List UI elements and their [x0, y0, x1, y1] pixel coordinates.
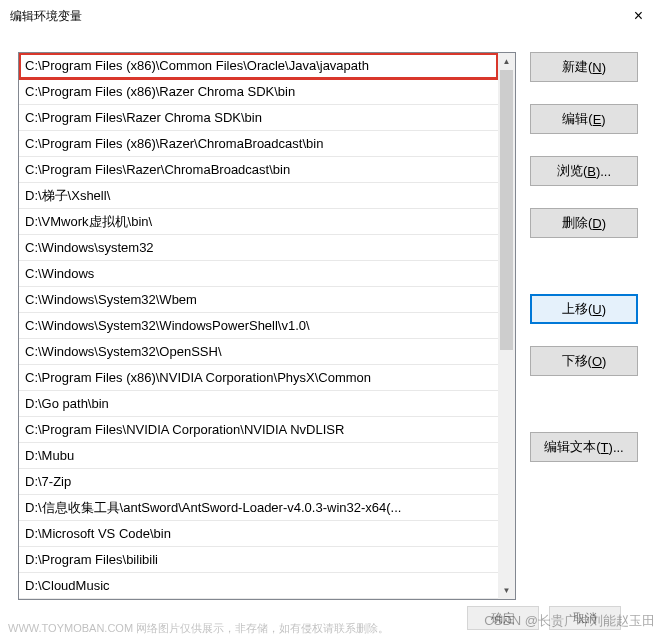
list-item[interactable]: C:\Windows\System32\OpenSSH\	[19, 339, 498, 365]
move-up-button[interactable]: 上移(U)	[530, 294, 638, 324]
list-item[interactable]: C:\Program Files (x86)\Razer\ChromaBroad…	[19, 131, 498, 157]
list-item[interactable]: C:\Windows\System32\Wbem	[19, 287, 498, 313]
edit-button[interactable]: 编辑(E)	[530, 104, 638, 134]
list-item[interactable]: C:\Program Files (x86)\Common Files\Orac…	[19, 53, 498, 79]
ok-button[interactable]: 确定	[467, 606, 539, 630]
scroll-track[interactable]	[498, 70, 515, 582]
path-list-scroll[interactable]: C:\Program Files (x86)\Common Files\Orac…	[19, 53, 498, 599]
dialog-footer: 确定 取消	[0, 600, 661, 636]
list-item[interactable]: D:\7-Zip	[19, 469, 498, 495]
list-item[interactable]: C:\Program Files (x86)\Razer Chroma SDK\…	[19, 79, 498, 105]
list-item[interactable]: D:\Go path\bin	[19, 391, 498, 417]
new-button[interactable]: 新建(N)	[530, 52, 638, 82]
move-down-button[interactable]: 下移(O)	[530, 346, 638, 376]
list-item[interactable]: C:\Program Files\Razer\ChromaBroadcast\b…	[19, 157, 498, 183]
list-item[interactable]: D:\梯子\Xshell\	[19, 183, 498, 209]
list-item[interactable]: C:\Windows	[19, 261, 498, 287]
cancel-button[interactable]: 取消	[549, 606, 621, 630]
list-item[interactable]: D:\Program Files\bilibili	[19, 547, 498, 573]
scroll-thumb[interactable]	[500, 70, 513, 350]
button-column: 新建(N) 编辑(E) 浏览(B)... 删除(D) 上移(U) 下移(O) 编…	[530, 52, 638, 600]
dialog-body: C:\Program Files (x86)\Common Files\Orac…	[0, 32, 661, 600]
list-item[interactable]: D:\信息收集工具\antSword\AntSword-Loader-v4.0.…	[19, 495, 498, 521]
edit-text-button[interactable]: 编辑文本(T)...	[530, 432, 638, 462]
titlebar: 编辑环境变量 ×	[0, 0, 661, 32]
scrollbar[interactable]: ▲ ▼	[498, 53, 515, 599]
list-item[interactable]: C:\Program Files\NVIDIA Corporation\NVID…	[19, 417, 498, 443]
scroll-down-icon[interactable]: ▼	[498, 582, 515, 599]
list-item[interactable]: D:\Microsoft VS Code\bin	[19, 521, 498, 547]
dialog-title: 编辑环境变量	[10, 8, 82, 25]
delete-button[interactable]: 删除(D)	[530, 208, 638, 238]
browse-button[interactable]: 浏览(B)...	[530, 156, 638, 186]
list-item[interactable]: C:\Program Files (x86)\NVIDIA Corporatio…	[19, 365, 498, 391]
list-item[interactable]: C:\Program Files\Razer Chroma SDK\bin	[19, 105, 498, 131]
path-list: C:\Program Files (x86)\Common Files\Orac…	[18, 52, 516, 600]
list-item[interactable]: C:\Windows\system32	[19, 235, 498, 261]
scroll-up-icon[interactable]: ▲	[498, 53, 515, 70]
close-icon[interactable]: ×	[628, 7, 649, 25]
list-item[interactable]: D:\CloudMusic	[19, 573, 498, 599]
list-item[interactable]: C:\Windows\System32\WindowsPowerShell\v1…	[19, 313, 498, 339]
list-item[interactable]: D:\VMwork虚拟机\bin\	[19, 209, 498, 235]
list-item[interactable]: D:\Mubu	[19, 443, 498, 469]
